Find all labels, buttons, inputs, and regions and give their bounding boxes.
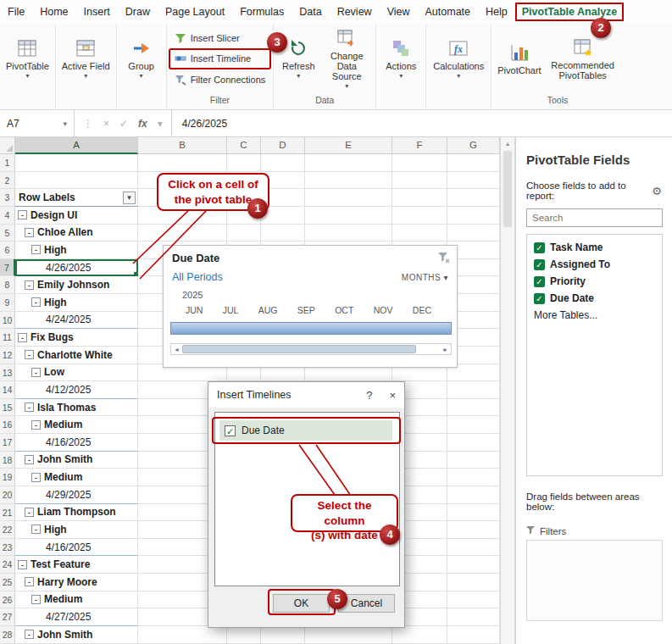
cell-G28[interactable]: [447, 626, 500, 644]
cell-A19[interactable]: -Medium: [15, 469, 138, 486]
cell-G5[interactable]: [447, 225, 500, 242]
cell-E3[interactable]: [305, 189, 392, 207]
row-header-21[interactable]: 21: [0, 504, 15, 522]
cell-G24[interactable]: [447, 556, 500, 574]
cell-G23[interactable]: [447, 539, 500, 557]
cell-F3[interactable]: [392, 189, 447, 207]
collapse-icon[interactable]: -: [25, 350, 34, 359]
formula-bar-value[interactable]: 4/26/2025: [172, 118, 227, 130]
collapse-icon[interactable]: -: [25, 508, 34, 517]
name-box[interactable]: A7 ▾: [0, 110, 75, 136]
pivottable-button[interactable]: PivotTable ▾: [3, 25, 53, 92]
row-header-26[interactable]: 26: [0, 591, 15, 609]
collapse-icon[interactable]: -: [31, 420, 41, 430]
cell-C5[interactable]: [227, 225, 261, 242]
gear-icon[interactable]: ⚙: [652, 185, 662, 197]
cell-A27[interactable]: 4/27/2025: [15, 608, 138, 626]
tab-review[interactable]: Review: [330, 3, 380, 21]
cell-A20[interactable]: 4/29/2025: [15, 486, 138, 504]
field-item-due-date[interactable]: ✓Due Date: [527, 290, 662, 307]
row-header-7[interactable]: 7: [0, 259, 15, 277]
cell-A1[interactable]: [15, 154, 138, 172]
timeline-selection-bar[interactable]: [170, 322, 452, 335]
row-header-19[interactable]: 19: [0, 469, 15, 486]
cell-A15[interactable]: -Isla Thomas: [15, 399, 138, 417]
row-header-25[interactable]: 25: [0, 574, 15, 591]
actions-button[interactable]: Actions ▾: [379, 25, 423, 92]
collapse-icon[interactable]: -: [25, 228, 34, 237]
collapse-icon[interactable]: -: [31, 473, 41, 482]
cell-A13[interactable]: -Low: [15, 364, 138, 382]
cell-A8[interactable]: -Emily Johnson: [15, 276, 138, 294]
column-header-D[interactable]: D: [261, 137, 305, 154]
cell-F28[interactable]: [392, 626, 447, 644]
cell-G4[interactable]: [447, 207, 500, 225]
insert-function-icon[interactable]: fx: [138, 118, 147, 130]
tab-pivottable-analyze[interactable]: PivotTable Analyze: [515, 3, 625, 21]
cell-A2[interactable]: [15, 172, 138, 190]
cell-F5[interactable]: [392, 225, 447, 242]
cancel-entry-icon[interactable]: ×: [103, 118, 109, 130]
group-button[interactable]: Group ▾: [119, 25, 164, 92]
select-all-corner[interactable]: [0, 137, 15, 154]
column-header-E[interactable]: E: [305, 137, 392, 154]
timeline-granularity-select[interactable]: MONTHS ▾: [402, 273, 448, 282]
tab-view[interactable]: View: [380, 3, 418, 21]
cell-E28[interactable]: [305, 626, 392, 644]
row-header-5[interactable]: 5: [0, 225, 15, 242]
cell-G19[interactable]: [447, 469, 500, 486]
cell-E5[interactable]: [305, 225, 392, 242]
row-header-16[interactable]: 16: [0, 416, 15, 434]
cell-A17[interactable]: 4/16/2025: [15, 434, 138, 452]
cell-G27[interactable]: [447, 608, 500, 626]
cell-A6[interactable]: -High: [15, 242, 138, 259]
cell-A11[interactable]: -Fix Bugs: [15, 329, 138, 347]
column-header-C[interactable]: C: [227, 137, 261, 154]
collapse-icon[interactable]: -: [31, 368, 41, 377]
ok-button[interactable]: OK: [273, 594, 330, 613]
cell-A23[interactable]: 4/16/2025: [15, 539, 138, 557]
cell-A24[interactable]: -Test Feature: [15, 556, 138, 574]
tab-automate[interactable]: Automate: [418, 3, 479, 21]
row-header-22[interactable]: 22: [0, 521, 15, 539]
row-header-28[interactable]: 28: [0, 626, 15, 644]
cell-A21[interactable]: -Liam Thompson: [15, 504, 138, 522]
field-item-task-name[interactable]: ✓Task Name: [527, 239, 662, 256]
insert-slicer-button[interactable]: Insert Slicer: [169, 28, 271, 47]
due-date-field-row[interactable]: ✓ Due Date: [219, 420, 392, 441]
dialog-help-button[interactable]: ?: [366, 389, 372, 402]
collapse-icon[interactable]: -: [18, 210, 27, 219]
cell-C28[interactable]: [227, 626, 261, 644]
cell-A26[interactable]: -Medium: [15, 591, 138, 609]
cell-A3[interactable]: Row Labels▾: [15, 189, 138, 207]
cell-G18[interactable]: [447, 452, 500, 469]
row-labels-filter-icon[interactable]: ▾: [123, 192, 136, 204]
row-header-8[interactable]: 8: [0, 276, 15, 294]
tab-file[interactable]: File: [0, 3, 32, 21]
field-item-assigned-to[interactable]: ✓Assigned To: [527, 256, 662, 273]
tab-home[interactable]: Home: [32, 3, 75, 21]
cell-G2[interactable]: [447, 172, 500, 190]
vertical-scrollbar[interactable]: ▴: [500, 137, 515, 644]
cell-G22[interactable]: [447, 521, 500, 539]
cell-E4[interactable]: [305, 207, 392, 225]
row-header-13[interactable]: 13: [0, 364, 15, 382]
cell-G16[interactable]: [447, 416, 500, 434]
cell-C1[interactable]: [227, 154, 261, 172]
cell-F2[interactable]: [392, 172, 447, 190]
cell-G15[interactable]: [447, 399, 500, 417]
row-header-20[interactable]: 20: [0, 486, 15, 504]
scroll-left-icon[interactable]: ◂: [171, 346, 182, 353]
row-header-2[interactable]: 2: [0, 172, 15, 190]
dialog-close-icon[interactable]: ×: [389, 389, 396, 402]
tab-draw[interactable]: Draw: [118, 3, 158, 21]
cell-G20[interactable]: [447, 486, 500, 504]
row-header-27[interactable]: 27: [0, 608, 15, 626]
timeline-panel[interactable]: Due Date All Periods MONTHS ▾ 2025 JUNJU…: [163, 245, 458, 368]
cell-A22[interactable]: -High: [15, 521, 138, 539]
pivotchart-button[interactable]: PivotChart: [494, 25, 544, 92]
tab-page-layout[interactable]: Page Layout: [158, 3, 232, 21]
row-header-15[interactable]: 15: [0, 399, 15, 417]
row-header-12[interactable]: 12: [0, 347, 15, 364]
tab-data[interactable]: Data: [292, 3, 329, 21]
